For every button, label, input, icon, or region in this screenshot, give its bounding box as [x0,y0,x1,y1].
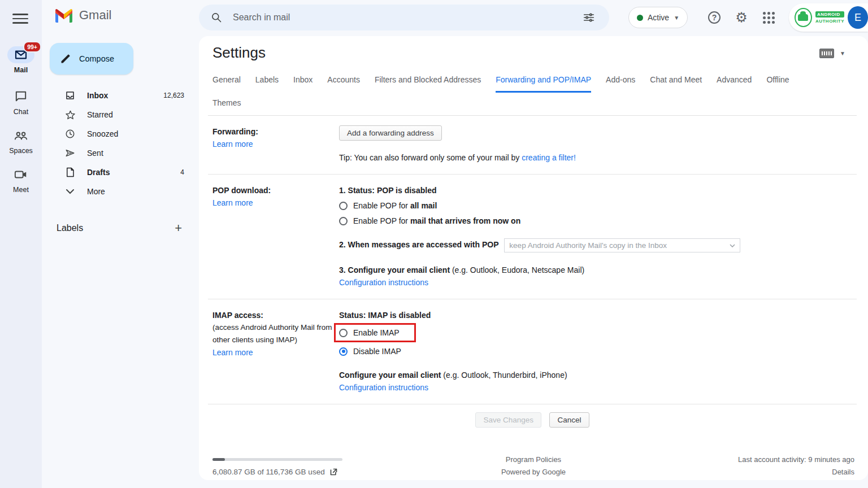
rail-item-meet[interactable]: Meet [0,166,42,194]
chat-icon [15,91,27,102]
rail-label-meet: Meet [0,186,42,194]
brand-line-2: AUTHORITY [815,19,844,24]
unread-badge: 99+ [23,41,41,53]
last-activity-text: Last account activity: 9 minutes ago [685,454,854,466]
cancel-button[interactable]: Cancel [549,412,589,428]
brand-line-1: ANDROID [815,11,844,18]
pop-download-section: POP download: Learn more 1. Status: POP … [208,175,857,299]
pop-copy-behavior-select[interactable]: keep Android Authority Mail's copy in th… [504,238,740,252]
sidebar: Compose Inbox 12,623 Starred Snoozed [42,36,199,488]
disable-imap-radio[interactable] [339,347,348,356]
page-title: Settings [208,44,857,62]
settings-button[interactable]: ⚙ [729,5,754,30]
send-icon [64,147,76,159]
help-button[interactable]: ? [702,5,727,30]
sidebar-item-snoozed[interactable]: Snoozed [42,124,199,143]
search-bar [199,5,609,30]
form-actions: Save Changes Cancel [208,404,857,428]
imap-label: IMAP access: [212,309,339,321]
settings-panel: Settings ▼ General Labels Inbox Accounts… [199,36,868,480]
chat-pill[interactable] [7,88,34,105]
sidebar-item-starred[interactable]: Starred [42,105,199,124]
create-label-button[interactable]: + [175,222,182,234]
help-icon: ? [708,11,721,24]
tab-general[interactable]: General [212,75,241,93]
gmail-wordmark: Gmail [79,8,111,23]
mail-pill[interactable]: 99+ [7,46,34,63]
enable-imap-radio[interactable] [339,329,348,337]
creating-a-filter-link[interactable]: creating a filter! [522,153,576,162]
powered-by-text: Powered by Google [382,466,685,478]
activity-details-link[interactable]: Details [685,466,854,478]
meet-icon [14,169,28,180]
storage-usage-text: 6,080.87 GB of 116,736 GB used [212,468,325,476]
meet-pill[interactable] [7,166,34,183]
tab-offline[interactable]: Offline [766,75,789,93]
sidebar-item-label: Sent [87,149,184,158]
google-apps-button[interactable] [756,5,781,30]
imap-access-section: IMAP access: (access Android Authority M… [208,299,857,404]
forwarding-learn-more-link[interactable]: Learn more [212,140,253,149]
spaces-pill[interactable] [7,127,34,144]
pop-label: POP download: [212,184,339,197]
keyboard-icon [819,49,834,58]
sidebar-item-label: Snoozed [87,129,184,138]
main-menu-button[interactable] [12,11,28,24]
account-switcher[interactable]: ANDROID AUTHORITY E [789,3,868,32]
pop-learn-more-link[interactable]: Learn more [212,198,253,207]
imap-sublabel: (access Android Authority Mail from othe… [212,321,339,346]
enable-pop-all-mail-radio[interactable] [339,202,348,210]
tab-themes[interactable]: Themes [212,98,241,115]
compose-label: Compose [79,54,114,63]
imap-learn-more-link[interactable]: Learn more [212,348,253,357]
pop-configuration-instructions-link[interactable]: Configuration instructions [339,278,428,287]
left-rail: 99+ Mail Chat Spaces [0,0,42,488]
input-tools-toggle[interactable]: ▼ [819,49,845,58]
android-authority-wordmark: ANDROID AUTHORITY [815,11,844,24]
rail-item-mail[interactable]: 99+ Mail [0,46,42,74]
sidebar-item-more[interactable]: More [42,182,199,201]
search-icon[interactable] [207,8,226,27]
tab-inbox[interactable]: Inbox [293,75,313,93]
imap-configuration-instructions-link[interactable]: Configuration instructions [339,383,428,392]
external-link-icon[interactable] [329,468,338,476]
pop-access-label: 2. When messages are accessed with POP [339,240,498,249]
sidebar-item-label: More [87,187,184,196]
chevron-down-icon: ▼ [674,15,679,21]
status-selector[interactable]: Active ▼ [628,7,688,28]
pop-configure-rest: (e.g. Outlook, Eudora, Netscape Mail) [450,265,584,274]
rail-item-chat[interactable]: Chat [0,88,42,116]
tab-add-ons[interactable]: Add-ons [606,75,635,93]
storage-progress-fill [212,458,225,461]
gear-icon: ⚙ [735,11,748,24]
chevron-down-icon [730,244,735,247]
search-input[interactable] [233,12,576,23]
rail-item-spaces[interactable]: Spaces [0,127,42,155]
sidebar-item-sent[interactable]: Sent [42,143,199,163]
tab-advanced[interactable]: Advanced [717,75,752,93]
spaces-icon [14,130,28,141]
tab-filters[interactable]: Filters and Blocked Addresses [375,75,481,93]
sidebar-item-count: 4 [180,168,184,176]
chevron-down-icon: ▼ [840,50,845,56]
tab-accounts[interactable]: Accounts [327,75,360,93]
sidebar-item-inbox[interactable]: Inbox 12,623 [42,86,199,105]
pencil-icon [60,53,71,64]
tab-labels[interactable]: Labels [255,75,279,93]
settings-tabs: General Labels Inbox Accounts Filters an… [208,62,857,93]
tab-chat-and-meet[interactable]: Chat and Meet [650,75,702,93]
avatar[interactable]: E [848,6,868,29]
tab-forwarding-pop-imap[interactable]: Forwarding and POP/IMAP [496,75,591,93]
compose-button[interactable]: Compose [50,43,133,75]
save-changes-button[interactable]: Save Changes [475,412,541,428]
inbox-icon [64,90,76,101]
program-policies-link[interactable]: Program Policies [382,454,685,466]
labels-header: Labels + [42,218,199,238]
select-value: keep Android Authority Mail's copy in th… [509,239,667,252]
sidebar-item-label: Inbox [87,91,163,100]
add-forwarding-address-button[interactable]: Add a forwarding address [339,125,442,141]
disable-imap-label: Disable IMAP [353,345,401,358]
search-options-icon[interactable] [576,5,601,30]
enable-pop-from-now-on-radio[interactable] [339,217,348,225]
sidebar-item-drafts[interactable]: Drafts 4 [42,163,199,182]
